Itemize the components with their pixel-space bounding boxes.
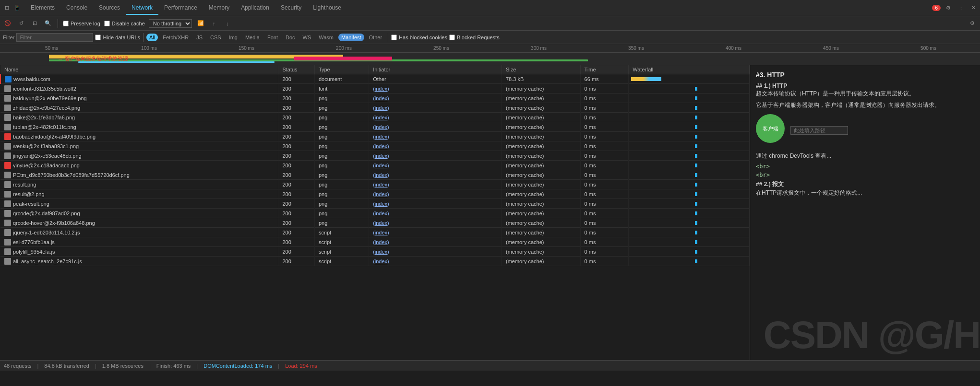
resource-icon — [4, 191, 11, 198]
disable-cache-input[interactable] — [104, 21, 110, 26]
table-row[interactable]: esl-d776bfb1aa.js 200 script (index) (me… — [0, 237, 750, 247]
search-icon[interactable]: 🔍 — [43, 19, 53, 28]
table-row[interactable]: qrcode-hover@2x-f9b106a848.png 200 png (… — [0, 218, 750, 228]
filter-ws[interactable]: WS — [300, 34, 314, 41]
td-type: png — [314, 132, 369, 141]
preserve-log-input[interactable] — [63, 21, 69, 26]
status-dom-content[interactable]: DOMContentLoaded: 174 ms — [203, 363, 272, 369]
initiator-link[interactable]: (index) — [373, 105, 389, 111]
td-waterfall — [629, 151, 750, 161]
wifi-icon[interactable]: 📶 — [196, 19, 205, 28]
fetch-resources-icon[interactable]: ↺ — [16, 19, 26, 28]
table-row[interactable]: tupian@2x-482fc011fc.png 200 png (index)… — [0, 122, 750, 132]
initiator-link[interactable]: (index) — [373, 163, 389, 168]
initiator-link[interactable]: (index) — [373, 124, 389, 130]
table-row[interactable]: qrcode@2x-daf987ad02.png 200 png (index)… — [0, 209, 750, 218]
filter-other[interactable]: Other — [366, 34, 385, 41]
col-waterfall[interactable]: Waterfall — [629, 65, 750, 74]
initiator-link[interactable]: (index) — [373, 211, 389, 216]
col-type[interactable]: Type — [314, 65, 369, 74]
tab-lighthouse[interactable]: Lighthouse — [307, 1, 347, 15]
td-name: baobaozhidao@2x-af409f9dbe.png — [0, 132, 278, 141]
filter-all[interactable]: All — [146, 34, 158, 41]
table-row[interactable]: result@2.png 200 png (index) (memory cac… — [0, 189, 750, 199]
initiator-link[interactable]: (index) — [373, 86, 389, 92]
table-row[interactable]: wenku@2x-f3aba893c1.png 200 png (index) … — [0, 141, 750, 151]
filter-font[interactable]: Font — [264, 34, 281, 41]
initiator-link[interactable]: (index) — [373, 143, 389, 149]
diagram-input[interactable] — [790, 126, 848, 135]
filter-wasm[interactable]: Wasm — [316, 34, 336, 41]
settings-icon[interactable]: ⚙ — [944, 3, 953, 13]
col-size[interactable]: Size — [502, 65, 581, 74]
tab-performance[interactable]: Performance — [158, 1, 203, 15]
initiator-link[interactable]: (index) — [373, 249, 389, 255]
filter-doc[interactable]: Doc — [283, 34, 298, 41]
table-row[interactable]: polyfill_9354efa.js 200 script (index) (… — [0, 247, 750, 257]
filter-js[interactable]: JS — [193, 34, 205, 41]
initiator-link[interactable]: (index) — [373, 172, 389, 178]
more-options-icon[interactable]: ⋮ — [956, 3, 966, 13]
initiator-link[interactable]: (index) — [373, 95, 389, 101]
table-row[interactable]: result.png 200 png (index) (memory cache… — [0, 180, 750, 189]
col-time[interactable]: Time — [580, 65, 629, 74]
table-row[interactable]: www.baidu.com 200 document Other 78.3 kB… — [0, 74, 750, 84]
upload-icon[interactable]: ↑ — [209, 19, 219, 28]
blocked-requests-checkbox[interactable]: Blocked Requests — [449, 35, 500, 40]
table-row[interactable]: iconfont-d312d35c5b.woff2 200 font (inde… — [0, 84, 750, 94]
initiator-link[interactable]: (index) — [373, 220, 389, 226]
filter-css[interactable]: CSS — [207, 34, 224, 41]
initiator-link[interactable]: (index) — [373, 182, 389, 187]
initiator-link[interactable]: (index) — [373, 239, 389, 245]
table-row[interactable]: baiduyun@2x-e0be79e69e.png 200 png (inde… — [0, 94, 750, 103]
table-row[interactable]: yinyue@2x-c18adacacb.png 200 png (index)… — [0, 161, 750, 170]
initiator-link[interactable]: (index) — [373, 134, 389, 140]
table-row[interactable]: PCtm_d9c8750bed0b3c7d089fa7d55720d6cf.pn… — [0, 170, 750, 180]
initiator-link[interactable]: (index) — [373, 153, 389, 159]
filter-img[interactable]: Img — [226, 34, 240, 41]
table-row[interactable]: jingyan@2x-e53eac48cb.png 200 png (index… — [0, 151, 750, 161]
download-icon[interactable]: ↓ — [223, 19, 232, 28]
filter-input[interactable] — [16, 33, 93, 42]
tab-elements[interactable]: Elements — [25, 1, 60, 15]
initiator-link[interactable]: (index) — [373, 191, 389, 197]
clear-log-icon[interactable]: 🚫 — [3, 19, 12, 28]
close-devtools-icon[interactable]: ✕ — [968, 3, 978, 13]
table-row[interactable]: zhidao@2x-e9b427ecc4.png 200 png (index)… — [0, 103, 750, 113]
col-status[interactable]: Status — [278, 65, 315, 74]
initiator-link[interactable]: (index) — [373, 258, 389, 264]
initiator-link[interactable]: (index) — [373, 201, 389, 207]
initiator-link[interactable]: (index) — [373, 230, 389, 235]
table-row[interactable]: jquery-1-edb203c114.10.2.js 200 script (… — [0, 228, 750, 237]
has-blocked-cookies-checkbox[interactable]: Has blocked cookies — [391, 35, 447, 40]
devtools-inspect-icon[interactable]: ⊡ — [2, 3, 12, 13]
tab-application[interactable]: Application — [235, 1, 275, 15]
tab-memory[interactable]: Memory — [203, 1, 235, 15]
filter-fetch-xhr[interactable]: Fetch/XHR — [160, 34, 191, 41]
table-row[interactable]: peak-result.png 200 png (index) (memory … — [0, 199, 750, 209]
filter-media[interactable]: Media — [242, 34, 263, 41]
tab-network[interactable]: Network — [126, 1, 158, 15]
col-name[interactable]: Name — [0, 65, 278, 74]
table-row[interactable]: baobaozhidao@2x-af409f9dbe.png 200 png (… — [0, 132, 750, 141]
tab-security[interactable]: Security — [275, 1, 307, 15]
blocked-requests-input[interactable] — [449, 35, 455, 40]
table-row[interactable]: baike@2x-1fe3db7fa6.png 200 png (index) … — [0, 113, 750, 122]
has-blocked-cookies-input[interactable] — [391, 35, 397, 40]
filter-icon[interactable]: ⊡ — [30, 19, 39, 28]
td-status: 200 — [278, 189, 315, 199]
tab-sources[interactable]: Sources — [93, 1, 126, 15]
disable-cache-checkbox[interactable]: Disable cache — [104, 21, 145, 26]
throttle-select[interactable]: No throttling Fast 3G Slow 3G Offline — [149, 19, 192, 28]
network-settings-icon[interactable]: ⚙ — [968, 19, 977, 28]
table-row[interactable]: all_async_search_2e7c91c.js 200 script (… — [0, 257, 750, 266]
initiator-link[interactable]: (index) — [373, 115, 389, 120]
status-load[interactable]: Load: 294 ms — [285, 363, 317, 369]
hide-data-urls-checkbox[interactable]: Hide data URLs — [95, 35, 140, 40]
hide-data-urls-input[interactable] — [95, 35, 101, 40]
tab-console[interactable]: Console — [60, 1, 93, 15]
devtools-device-icon[interactable]: 📱 — [12, 3, 22, 13]
preserve-log-checkbox[interactable]: Preserve log — [63, 21, 100, 26]
col-initiator[interactable]: Initiator — [369, 65, 502, 74]
filter-manifest[interactable]: Manifest — [338, 34, 364, 41]
